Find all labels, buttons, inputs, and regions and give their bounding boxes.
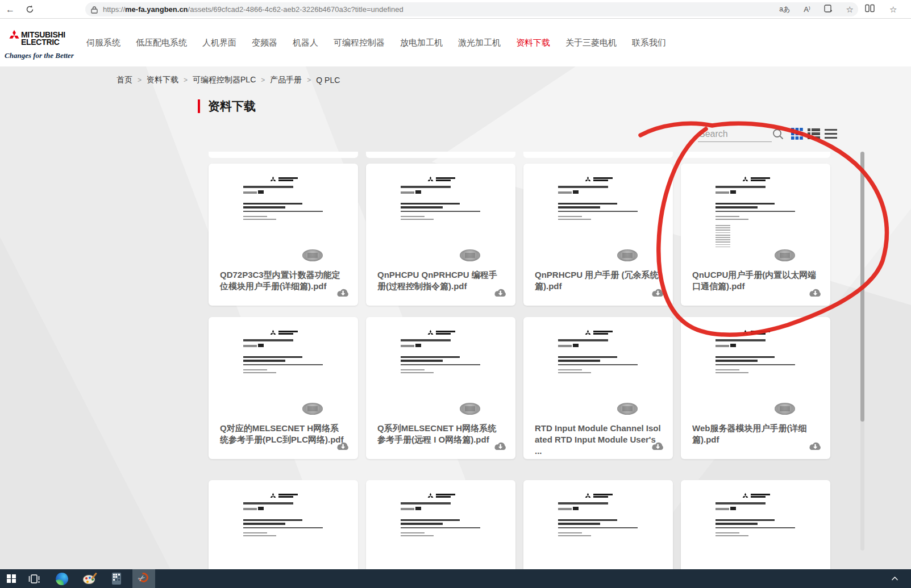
compact-list-view-icon[interactable]	[825, 128, 837, 140]
download-cloud-icon	[808, 288, 822, 298]
list-view-icon[interactable]	[808, 128, 820, 140]
download-button[interactable]	[808, 288, 822, 300]
pdf-thumbnail	[708, 487, 804, 569]
nav-item[interactable]: 伺服系统	[86, 37, 120, 48]
breadcrumb-qplc[interactable]: Q PLC	[316, 76, 340, 85]
brand-tagline: Changes for the Better	[5, 51, 74, 60]
download-button[interactable]	[651, 441, 665, 453]
screen: ← https://me-fa.yangben.cn/assets/69cfca…	[0, 0, 911, 588]
card-row-2: Q对应的MELSECNET H网络系统参考手册(PLC到PLC网络).pdf	[209, 317, 830, 459]
nav-item-downloads-active[interactable]: 资料下载	[516, 37, 550, 48]
paint-icon	[83, 573, 95, 585]
document-title: Web服务器模块用户手册(详细篇).pdf	[692, 423, 819, 445]
breadcrumb-separator: >	[307, 76, 311, 84]
nav-item[interactable]: 变频器	[252, 37, 277, 48]
document-card[interactable]: QD72P3C3型内置计数器功能定位模块用户手册(详细篇).pdf	[209, 164, 358, 306]
calculator-taskbar-button[interactable]	[105, 569, 128, 588]
thumbnail-mitsubishi-logo-icon	[393, 170, 489, 182]
thumbnail-mitsubishi-logo-icon	[235, 170, 332, 182]
nav-item[interactable]: 放电加工机	[400, 37, 443, 48]
breadcrumb-plc[interactable]: 可编程控制器PLC	[193, 75, 256, 85]
document-card[interactable]: RTD Input Module Channel Isolated RTD In…	[523, 317, 673, 459]
download-cloud-icon	[493, 441, 508, 452]
thumbnail-mitsubishi-logo-icon	[393, 487, 489, 498]
document-card[interactable]	[209, 480, 358, 569]
task-view-button[interactable]	[23, 569, 45, 588]
document-title: QD72P3C3型内置计数器功能定位模块用户手册(详细篇).pdf	[220, 269, 347, 292]
document-card[interactable]: QnPHCPU QnPRHCPU 编程手册(过程控制指令篇).pdf	[366, 164, 515, 306]
nav-item[interactable]: 联系我们	[632, 37, 666, 48]
snipping-tool-taskbar-button[interactable]: ✂	[132, 569, 155, 588]
immersive-reader-icon[interactable]	[824, 5, 833, 15]
translate-icon[interactable]: aあ	[779, 5, 790, 14]
document-card[interactable]	[366, 480, 515, 569]
search-input[interactable]	[698, 126, 772, 141]
download-button[interactable]	[493, 288, 508, 300]
pdf-thumbnail	[393, 170, 489, 266]
card-row-3	[209, 480, 830, 569]
nav-item[interactable]: 低压配电系统	[136, 37, 187, 48]
document-card[interactable]	[681, 480, 830, 569]
nav-item[interactable]: 人机界面	[202, 37, 236, 48]
breadcrumb-manuals[interactable]: 产品手册	[270, 75, 302, 85]
pdf-thumbnail	[550, 170, 647, 266]
nav-item[interactable]: 可编程控制器	[334, 37, 385, 48]
nav-item[interactable]: 关于三菱电机	[565, 37, 617, 48]
search-icon[interactable]	[772, 128, 784, 140]
breadcrumb-separator: >	[261, 76, 265, 84]
cutoff-card	[681, 152, 830, 158]
document-card[interactable]: Q对应的MELSECNET H网络系统参考手册(PLC到PLC网络).pdf	[209, 317, 358, 459]
download-button[interactable]	[651, 288, 665, 300]
document-card[interactable]: QnUCPU用户手册(内置以太网端口通信篇).pdf	[681, 164, 830, 306]
document-title: RTD Input Module Channel Isolated RTD In…	[535, 423, 662, 457]
thumbnail-product-photo	[775, 403, 795, 415]
show-hidden-icons-button[interactable]	[891, 569, 898, 588]
breadcrumb-separator: >	[184, 76, 188, 84]
nav-item[interactable]: 激光加工机	[458, 37, 501, 48]
pdf-thumbnail	[708, 170, 804, 266]
document-card[interactable]: Web服务器模块用户手册(详细篇).pdf	[681, 317, 830, 459]
cutoff-card	[523, 152, 673, 158]
page-scrollbar-thumb[interactable]	[860, 152, 864, 422]
thumbnail-mitsubishi-logo-icon	[708, 170, 804, 182]
download-button[interactable]	[336, 441, 350, 453]
download-button[interactable]	[808, 441, 822, 453]
breadcrumb-home[interactable]: 首页	[117, 75, 132, 85]
read-aloud-icon[interactable]: A)	[804, 5, 810, 14]
edge-icon	[56, 573, 68, 585]
nav-item[interactable]: 机器人	[293, 37, 318, 48]
thumbnail-mitsubishi-logo-icon	[708, 487, 804, 498]
lock-icon	[91, 6, 98, 14]
document-card[interactable]: QnPRHCPU 用户手册 (冗余系统篇).pdf	[523, 164, 673, 306]
document-title: QnUCPU用户手册(内置以太网端口通信篇).pdf	[692, 269, 819, 292]
thumbnail-mitsubishi-logo-icon	[550, 170, 647, 182]
taskbar: ✂	[0, 569, 911, 588]
edge-taskbar-button[interactable]	[51, 569, 73, 588]
site-header: MITSUBISHIELECTRIC Changes for the Bette…	[0, 19, 911, 66]
snipping-tool-icon: ✂	[137, 572, 151, 586]
breadcrumb-downloads[interactable]: 资料下载	[147, 75, 178, 85]
document-card[interactable]	[523, 480, 673, 569]
back-icon[interactable]: ←	[6, 0, 15, 19]
download-button[interactable]	[336, 288, 350, 300]
split-screen-icon[interactable]	[865, 4, 875, 15]
card-row-1: QD72P3C3型内置计数器功能定位模块用户手册(详细篇).pdf	[209, 164, 830, 306]
document-card[interactable]: Q系列MELSECNET H网络系统参考手册(远程 I O网络篇).pdf	[366, 317, 515, 459]
refresh-icon[interactable]	[25, 5, 35, 16]
thumbnail-mitsubishi-logo-icon	[235, 324, 332, 335]
thumbnail-product-photo	[460, 249, 480, 261]
start-button[interactable]	[0, 569, 23, 588]
calculator-icon	[112, 573, 121, 585]
download-cloud-icon	[336, 288, 350, 298]
page-title: 资料下载	[208, 98, 256, 114]
collections-star-icon[interactable]: ☆	[889, 5, 897, 15]
paint-taskbar-button[interactable]	[78, 569, 101, 588]
download-cloud-icon	[336, 441, 350, 452]
page-content: 首页 > 资料下载 > 可编程控制器PLC > 产品手册 > Q PLC 资料下…	[0, 66, 911, 569]
brand-name: MITSUBISHIELECTRIC	[21, 31, 65, 46]
grid-view-icon[interactable]	[791, 128, 804, 140]
document-title: Q系列MELSECNET H网络系统参考手册(远程 I O网络篇).pdf	[377, 423, 504, 445]
download-button[interactable]	[493, 441, 508, 453]
address-bar[interactable]: https://me-fa.yangben.cn/assets/69cfcad2…	[85, 2, 858, 16]
favorite-star-icon[interactable]: ☆	[846, 5, 854, 15]
